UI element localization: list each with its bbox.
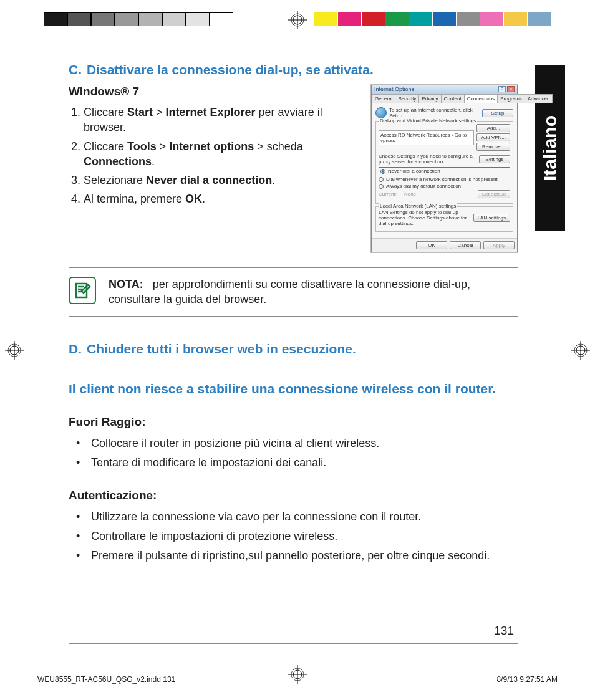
dialog-title: Internet Options	[374, 86, 414, 93]
note-label: NOTA:	[109, 278, 143, 290]
dialup-legend: Dial-up and Virtual Private Network sett…	[379, 118, 477, 123]
tab-programs[interactable]: Programs	[497, 94, 525, 103]
footer-rule	[69, 643, 518, 644]
autenticazione-list: Utilizzare la connessione via cavo per l…	[69, 509, 518, 564]
apply-button[interactable]: Apply	[483, 241, 515, 249]
internet-options-screenshot: Internet Options ? × GeneralSecurityPriv…	[371, 85, 518, 252]
autenticazione-heading: Autenticazione:	[69, 489, 518, 502]
current-label: Current:	[379, 191, 397, 197]
language-tab: Italiano	[535, 65, 565, 231]
section-c-heading: C.Disattivare la connessione dial-up, se…	[69, 62, 518, 77]
list-item: Utilizzare la connessione via cavo per l…	[91, 509, 518, 525]
close-icon[interactable]: ×	[507, 86, 515, 92]
set-default-button[interactable]: Set default	[478, 190, 510, 198]
step-item: Cliccare Start > Internet Explorer per a…	[84, 105, 360, 135]
note-block: NOTA: per approfondimenti su come disatt…	[69, 267, 518, 317]
page-content: C.Disattivare la connessione dial-up, se…	[69, 62, 518, 567]
imprint-footer: WEU8555_RT-AC56U_QSG_v2.indd 131 8/9/13 …	[37, 675, 558, 684]
current-value: None	[399, 191, 475, 197]
step-item: Selezionare Never dial a connection.	[84, 173, 360, 188]
list-item: Controllare le impostazioni di protezion…	[91, 528, 518, 545]
help-button[interactable]: ?	[498, 86, 506, 92]
steps-list: Cliccare Start > Internet Explorer per a…	[69, 105, 360, 207]
ok-button[interactable]: OK	[416, 241, 447, 249]
radio-never-dial[interactable]: Never dial a connection	[379, 167, 510, 175]
step-item: Cliccare Tools > Internet options > sche…	[84, 139, 360, 170]
tab-privacy[interactable]: Privacy	[418, 94, 441, 103]
settings-button[interactable]: Settings	[479, 155, 510, 163]
remove-button[interactable]: Remove...	[476, 143, 510, 151]
connection-listbox[interactable]: Access RD Network Resources - Go to vpn.…	[379, 130, 474, 145]
note-icon	[69, 277, 96, 304]
setup-button[interactable]: Setup	[482, 109, 513, 117]
cancel-button[interactable]: Cancel	[450, 241, 481, 249]
list-item: Collocare il router in posizione più vic…	[91, 435, 518, 452]
add-vpn-button[interactable]: Add VPN...	[476, 133, 510, 141]
fuori-raggio-heading: Fuori Raggio:	[69, 415, 518, 429]
tab-advanced[interactable]: Advanced	[525, 94, 553, 103]
section-d-heading: D.Chiudere tutti i browser web in esecuz…	[69, 342, 518, 357]
globe-icon	[375, 107, 387, 118]
tab-general[interactable]: General	[372, 94, 395, 103]
add-button[interactable]: Add...	[476, 124, 510, 132]
step-item: Al termina, premere OK.	[84, 191, 360, 206]
radio-dial-whenever[interactable]: Dial whenever a network connection is no…	[379, 176, 510, 182]
lan-legend: Local Area Network (LAN) settings	[379, 203, 457, 209]
proxy-text: Choose Settings if you need to configure…	[379, 153, 476, 165]
radio-always-dial[interactable]: Always dial my default connection	[379, 183, 510, 189]
tab-content[interactable]: Content	[441, 94, 465, 103]
fuori-raggio-list: Collocare il router in posizione più vic…	[69, 435, 518, 471]
registration-mark-icon	[288, 11, 307, 29]
setup-text: To set up an Internet connection, click …	[389, 107, 480, 118]
lan-text: LAN Settings do not apply to dial-up con…	[379, 209, 471, 226]
footer-timestamp: 8/9/13 9:27:51 AM	[497, 675, 558, 684]
tab-connections[interactable]: Connections	[464, 94, 498, 103]
os-heading: Windows® 7	[69, 85, 360, 98]
list-item: Premere il pulsante di ripristino,sul pa…	[91, 547, 518, 564]
footer-filename: WEU8555_RT-AC56U_QSG_v2.indd 131	[37, 675, 175, 684]
registration-mark-icon	[571, 341, 590, 360]
registration-mark-icon	[5, 341, 24, 360]
list-item: Tentare di modificare le impostazioni de…	[91, 454, 518, 471]
tab-security[interactable]: Security	[395, 94, 419, 103]
lan-settings-button[interactable]: LAN settings	[473, 214, 510, 222]
problem-heading: Il client non riesce a stabilire una con…	[69, 381, 518, 396]
note-text: per approfondimenti su come disattivare …	[109, 278, 470, 305]
page-number: 131	[494, 624, 514, 638]
